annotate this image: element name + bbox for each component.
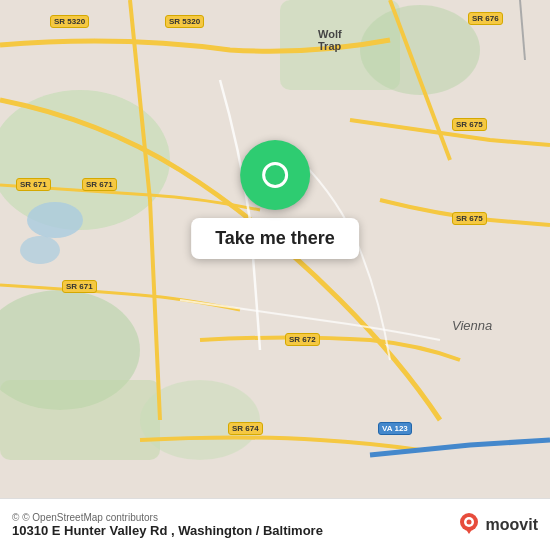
- sr-badge-675-1: SR 675: [452, 118, 487, 131]
- svg-rect-3: [0, 380, 160, 460]
- svg-point-12: [466, 519, 471, 524]
- sr-badge-674: SR 674: [228, 422, 263, 435]
- map-pin: [240, 140, 310, 210]
- sr-badge-675-2: SR 675: [452, 212, 487, 225]
- info-bar: © © OpenStreetMap contributors 10310 E H…: [0, 498, 550, 550]
- osm-credit-text: © OpenStreetMap contributors: [22, 512, 158, 523]
- sr-badge-676: SR 676: [468, 12, 503, 25]
- svg-point-7: [27, 202, 83, 238]
- city-region: Washington / Baltimore: [178, 523, 323, 538]
- take-me-there-button[interactable]: Take me there: [191, 218, 359, 259]
- osm-credit: © © OpenStreetMap contributors: [12, 512, 323, 523]
- vienna-label: Vienna: [452, 318, 492, 333]
- sr-badge-5320-2: SR 5320: [165, 15, 204, 28]
- sr-badge-671-3: SR 671: [16, 178, 51, 191]
- va-badge-123: VA 123: [378, 422, 412, 435]
- address-section: © © OpenStreetMap contributors 10310 E H…: [12, 512, 323, 538]
- svg-marker-13: [465, 528, 473, 534]
- take-me-there-overlay: Take me there: [191, 140, 359, 259]
- pin-inner-circle: [262, 162, 288, 188]
- street-address: 10310 E Hunter Valley Rd: [12, 523, 167, 538]
- sr-badge-671-1: SR 671: [82, 178, 117, 191]
- map-container: WolfTrap Vienna SR 5320 SR 5320 SR 676 S…: [0, 0, 550, 550]
- moovit-logo: moovit: [456, 512, 538, 538]
- wolf-trap-label: WolfTrap: [318, 28, 342, 52]
- copyright-symbol: ©: [12, 512, 19, 523]
- address-text: 10310 E Hunter Valley Rd , Washington / …: [12, 523, 323, 538]
- moovit-wordmark: moovit: [486, 516, 538, 534]
- svg-point-8: [20, 236, 60, 264]
- sr-badge-672: SR 672: [285, 333, 320, 346]
- sr-badge-5320-1: SR 5320: [50, 15, 89, 28]
- sr-badge-671-2: SR 671: [62, 280, 97, 293]
- moovit-icon: [456, 512, 482, 538]
